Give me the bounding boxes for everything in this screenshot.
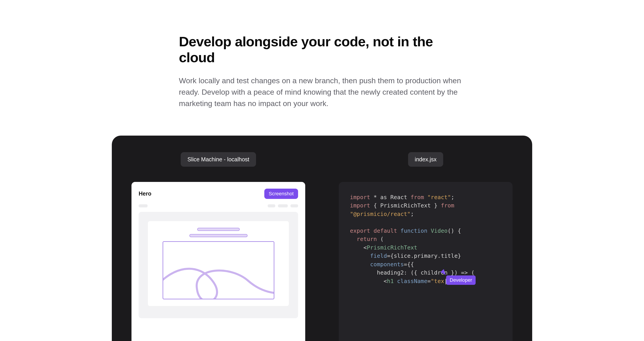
- developer-cursor: Developer: [442, 269, 476, 285]
- code-token: :: [404, 269, 407, 276]
- slice-preview-area: [139, 212, 298, 318]
- code-token: "tex: [431, 278, 444, 284]
- slice-machine-tab: Slice Machine - localhost: [181, 152, 256, 167]
- code-token: <: [384, 278, 387, 284]
- code-token: as: [380, 194, 387, 200]
- code-token: React: [390, 194, 407, 200]
- code-token: PrismicRichText: [367, 244, 417, 251]
- code-token: slice.primary.title: [394, 253, 458, 259]
- code-panel: import * as React from "react"; import {…: [339, 182, 512, 341]
- code-token: ;: [451, 194, 454, 200]
- code-token: {{: [407, 261, 414, 268]
- screenshot-button[interactable]: Screenshot: [264, 189, 298, 199]
- code-tab: index.jsx: [408, 152, 443, 167]
- demo-container: Slice Machine - localhost Hero Screensho…: [112, 136, 532, 341]
- placeholder-pill: [139, 204, 148, 207]
- code-token: import: [350, 194, 370, 200]
- code-token: from: [441, 202, 454, 209]
- code-token: function: [400, 228, 427, 234]
- code-token: {: [390, 253, 394, 259]
- mock-subtitle-line: [190, 234, 248, 237]
- code-token: =: [387, 253, 390, 259]
- hero-mockup: [148, 221, 289, 306]
- mock-title-line: [197, 228, 240, 231]
- code-token: {: [458, 228, 461, 234]
- code-column: index.jsx import * as React from "react"…: [339, 152, 512, 341]
- code-token: className: [397, 278, 427, 284]
- code-token: (): [448, 228, 454, 234]
- code-token: from: [410, 194, 424, 200]
- code-token: Video: [431, 228, 448, 234]
- section-heading: Develop alongside your code, not in the …: [179, 34, 465, 66]
- code-token: {: [374, 202, 377, 209]
- code-block: import * as React from "react"; import {…: [350, 193, 501, 285]
- code-token: export: [350, 228, 370, 234]
- code-token: components: [370, 261, 404, 268]
- placeholder-pill: [268, 204, 275, 207]
- placeholder-pill: [290, 204, 298, 207]
- code-token: (: [380, 236, 384, 242]
- code-token: import: [350, 202, 370, 209]
- code-token: }: [434, 202, 438, 209]
- code-token: }: [458, 253, 461, 259]
- code-token: ;: [410, 211, 414, 217]
- swoosh-icon: [162, 254, 274, 299]
- section-subtext: Work locally and test changes on a new b…: [179, 75, 465, 109]
- code-token: =: [427, 278, 431, 284]
- code-token: =: [404, 261, 407, 268]
- code-token: return: [357, 236, 377, 242]
- slice-card: Hero Screenshot: [132, 182, 305, 341]
- code-token: *: [374, 194, 377, 200]
- code-token: "@prismicio/react": [350, 211, 410, 217]
- toolbar-placeholder: [139, 204, 298, 207]
- mock-image-box: [162, 241, 274, 299]
- slice-machine-column: Slice Machine - localhost Hero Screensho…: [132, 152, 305, 341]
- slice-title: Hero: [139, 190, 152, 197]
- code-token: heading2: [377, 269, 404, 276]
- code-token: field: [370, 253, 387, 259]
- code-token: h1: [387, 278, 394, 284]
- code-token: <: [363, 244, 367, 251]
- placeholder-pill: [278, 204, 288, 207]
- developer-cursor-label: Developer: [446, 275, 476, 285]
- code-token: PrismicRichText: [380, 202, 431, 209]
- code-token: "react": [427, 194, 451, 200]
- code-token: default: [374, 228, 397, 234]
